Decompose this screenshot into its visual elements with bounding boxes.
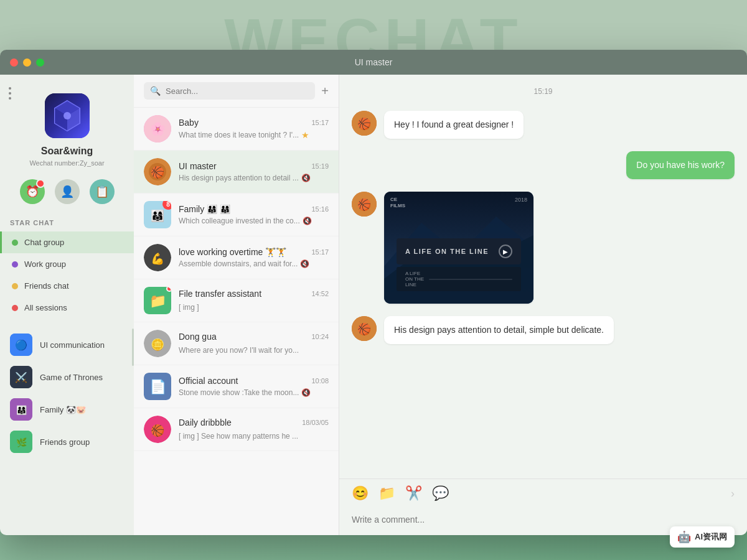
- nav-label-work-group: Work group: [24, 259, 66, 269]
- search-input-wrap[interactable]: 🔍: [144, 82, 315, 100]
- chat-preview-work: Assemble downstairs, and wait for...: [179, 259, 298, 268]
- nav-label-all-sessions: All sessions: [24, 303, 67, 312]
- chat-avatar-baby: 🌸: [144, 115, 171, 142]
- chat-info-family: Family 👨‍👩‍👧 👨‍👩‍👧 15:16 Which colleague…: [179, 204, 329, 225]
- folder-button[interactable]: 📁: [378, 485, 395, 502]
- chat-avatar-work: 💪: [144, 244, 171, 271]
- group-list: 🔵 UI communication ⚔️ Game of Thrones: [0, 329, 134, 458]
- svg-point-5: [63, 112, 71, 119]
- ai-logo: 🤖 AI资讯网: [670, 526, 735, 548]
- chat-time-official: 10:08: [311, 377, 329, 385]
- chat-avatar-dribbble: 🏀: [144, 416, 171, 443]
- chat-info-baby: Baby 15:17 What time does it leave tonig…: [179, 118, 329, 140]
- sidebar-nav: Chat group Work group Friends chat All s…: [0, 231, 134, 319]
- svg-text:🏀: 🏀: [357, 322, 372, 336]
- title-bar: UI master: [0, 50, 747, 75]
- svg-text:📄: 📄: [149, 378, 167, 395]
- svg-text:🏀: 🏀: [357, 198, 372, 212]
- chat-time-work: 15:17: [311, 248, 329, 256]
- sidebar-item-work-group[interactable]: Work group: [0, 253, 134, 275]
- contacts-icon[interactable]: 👤: [55, 179, 80, 204]
- mute-icon-ui-master: 🔇: [301, 174, 311, 182]
- group-item-friends[interactable]: 🌿 Friends group: [0, 426, 134, 458]
- user-wechat-id: Wechat number:Zy_soar: [29, 159, 104, 167]
- chat-input[interactable]: [352, 515, 735, 525]
- moments-icon[interactable]: ⏰: [20, 179, 45, 204]
- scroll-right-icon: ›: [731, 487, 735, 500]
- minimize-button[interactable]: [23, 58, 31, 67]
- app-body: Soar&wing Wechat number:Zy_soar ⏰ 👤 📋 ST…: [0, 75, 747, 535]
- scissors-button[interactable]: ✂️: [405, 485, 422, 502]
- chat-time-ui-master: 15:19: [311, 162, 329, 170]
- chat-preview-family: Which colleague invested in the co...: [179, 217, 300, 225]
- msg-bubble-2: Do you have his work?: [626, 151, 735, 179]
- chat-name-dong-gua: Dong gua: [179, 332, 217, 342]
- ai-logo-text: AI资讯网: [695, 531, 727, 543]
- group-avatar-got: ⚔️: [10, 366, 32, 388]
- chat-time-file-transfer: 14:52: [311, 290, 329, 297]
- chat-item-official[interactable]: 📄 Official account 10:08 Stone movie sho…: [134, 365, 339, 408]
- message-row-1: 🏀 Hey ! I found a great designer !: [352, 111, 735, 139]
- mute-icon-family: 🔇: [303, 217, 312, 225]
- chat-messages: 15:19 🏀 Hey ! I found a great designer !…: [339, 75, 747, 478]
- sidebar-item-all-sessions[interactable]: All sessions: [0, 297, 134, 319]
- portfolio-image: CEFILMS 2018 A LIFE ON THE LINE ▶: [384, 192, 533, 304]
- mute-icon-official: 🔇: [301, 388, 311, 397]
- svg-text:👨‍👩‍👧: 👨‍👩‍👧: [151, 209, 165, 223]
- chat-avatar-file-transfer: 📁: [144, 287, 171, 314]
- user-avatar[interactable]: [45, 93, 90, 138]
- maximize-button[interactable]: [36, 58, 44, 67]
- chat-avatar-family: 👨‍👩‍👧 8: [144, 201, 171, 228]
- sidebar-item-friends-chat[interactable]: Friends chat: [0, 275, 134, 297]
- msg-avatar-4: 🏀: [352, 316, 377, 341]
- chat-item-work[interactable]: 💪 love working overtime 🏋️🏋️ 15:17 Assem…: [134, 236, 339, 279]
- close-button[interactable]: [10, 58, 18, 67]
- chat-name-ui-master: UI master: [179, 161, 217, 171]
- chat-info-official: Official account 10:08 Stone movie show …: [179, 376, 329, 397]
- group-avatar-ui-comm: 🔵: [10, 334, 32, 356]
- chat-preview-dong-gua: Where are you now? I'll wait for yo...: [179, 346, 299, 355]
- chat-item-dong-gua[interactable]: 🪙 Dong gua 10:24 Where are you now? I'll…: [134, 322, 339, 365]
- chat-info-dribbble: Daily dribbble 18/03/05 [ img ] See how …: [179, 418, 329, 441]
- chat-preview-baby: What time does it leave tonight ? I'...: [179, 131, 299, 139]
- chat-info-work: love working overtime 🏋️🏋️ 15:17 Assembl…: [179, 247, 329, 268]
- chat-toolbar: 😊 📁 ✂️ 💬 ›: [339, 478, 747, 508]
- portfolio-title: A LIFE ON THE LINE: [405, 248, 492, 255]
- svg-text:🪙: 🪙: [151, 338, 165, 352]
- svg-text:🏀: 🏀: [151, 166, 165, 179]
- bookmarks-icon[interactable]: 📋: [90, 179, 115, 204]
- nav-dot-all: [12, 305, 18, 311]
- online-indicator-baby: [166, 115, 171, 120]
- msg-image-3: CEFILMS 2018 A LIFE ON THE LINE ▶: [384, 192, 533, 304]
- chat-bubble-button[interactable]: 💬: [432, 485, 449, 502]
- message-row-2: Do you have his work?: [352, 151, 735, 179]
- emoji-button[interactable]: 😊: [352, 485, 369, 502]
- chat-name-file-transfer: File transfer assistant: [179, 289, 261, 299]
- svg-text:👨‍👩‍👧: 👨‍👩‍👧: [16, 405, 27, 416]
- add-chat-button[interactable]: +: [321, 84, 329, 98]
- group-item-ui-comm[interactable]: 🔵 UI communication: [0, 329, 134, 361]
- group-item-family[interactable]: 👨‍👩‍👧 Family 🐼🐷: [0, 393, 134, 426]
- chat-item-baby[interactable]: 🌸 Baby 15:17 What time does it leave ton…: [134, 108, 339, 151]
- msg-avatar-1: 🏀: [352, 111, 377, 136]
- chat-info-dong-gua: Dong gua 10:24 Where are you now? I'll w…: [179, 332, 329, 355]
- nav-dot-chat: [12, 240, 18, 246]
- search-icon: 🔍: [150, 86, 161, 96]
- chat-info-ui-master: UI master 15:19 His design pays attentio…: [179, 161, 329, 182]
- chat-item-ui-master[interactable]: 🏀 UI master 15:19 His design pays attent…: [134, 151, 339, 194]
- chat-item-file-transfer[interactable]: 📁 File transfer assistant 14:52 [ img ]: [134, 279, 339, 322]
- svg-text:🌸: 🌸: [150, 121, 166, 136]
- portfolio-play-btn[interactable]: ▶: [499, 245, 512, 258]
- dots-menu[interactable]: [9, 87, 11, 100]
- nav-label-chat-group: Chat group: [24, 238, 64, 247]
- svg-text:📁: 📁: [149, 292, 167, 309]
- chat-name-official: Official account: [179, 376, 238, 386]
- group-name-ui-comm: UI communication: [40, 340, 105, 350]
- search-input[interactable]: [166, 86, 309, 96]
- chat-item-dribbble[interactable]: 🏀 Daily dribbble 18/03/05 [ img ] See ho…: [134, 408, 339, 451]
- action-icons: ⏰ 👤 📋: [20, 179, 115, 204]
- chat-name-work: love working overtime 🏋️🏋️: [179, 247, 286, 257]
- sidebar-item-chat-group[interactable]: Chat group: [0, 231, 134, 253]
- chat-item-family[interactable]: 👨‍👩‍👧 8 Family 👨‍👩‍👧 👨‍👩‍👧 15:16 Which c…: [134, 194, 339, 236]
- group-item-got[interactable]: ⚔️ Game of Thrones: [0, 361, 134, 393]
